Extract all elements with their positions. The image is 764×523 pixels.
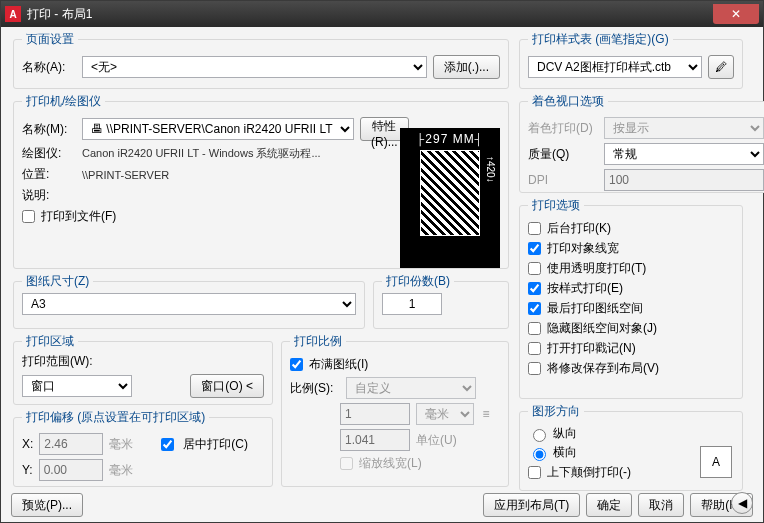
- scale-ratio-label: 比例(S):: [290, 380, 340, 397]
- offset-y-unit: 毫米: [109, 462, 133, 479]
- opt-transparency-checkbox[interactable]: [528, 262, 541, 275]
- orient-portrait-label: 纵向: [553, 425, 577, 442]
- app-icon: A: [5, 6, 21, 22]
- opt-save-layout-label: 将修改保存到布局(V): [547, 360, 659, 377]
- shade-plot-label: 着色打印(D): [528, 120, 598, 137]
- plotter-value: Canon iR2420 UFRII LT - Windows 系统驱动程...: [82, 146, 321, 161]
- location-value: \\PRINT-SERVER: [82, 169, 169, 181]
- apply-layout-button[interactable]: 应用到布局(T): [483, 493, 580, 517]
- pagesetup-name-label: 名称(A):: [22, 59, 76, 76]
- paper-size-select[interactable]: A3: [22, 293, 356, 315]
- plotter-label: 绘图仪:: [22, 145, 76, 162]
- orient-landscape-radio[interactable]: [533, 448, 546, 461]
- preview-width-label: ├297 MM┤: [417, 132, 484, 146]
- add-pagesetup-button[interactable]: 添加(.)...: [433, 55, 500, 79]
- options-legend: 打印选项: [528, 197, 584, 214]
- quality-select[interactable]: 常规: [604, 143, 764, 165]
- copies-input[interactable]: [382, 293, 442, 315]
- titlebar: A 打印 - 布局1 ✕: [1, 1, 763, 27]
- offset-x-input[interactable]: [39, 433, 103, 455]
- scope-label: 打印范围(W):: [22, 353, 264, 370]
- plot-scope-select[interactable]: 窗口: [22, 375, 132, 397]
- group-scale: 打印比例 布满图纸(I) 比例(S): 自定义 毫米 ≡ 单位(U) 缩放线宽(…: [281, 333, 509, 487]
- orient-legend: 图形方向: [528, 403, 584, 420]
- offset-y-input[interactable]: [39, 459, 103, 481]
- print-to-file-checkbox[interactable]: [22, 210, 35, 223]
- preview-paper-icon: [420, 150, 480, 236]
- orient-portrait-radio[interactable]: [533, 429, 546, 442]
- edit-style-button[interactable]: 🖉: [708, 55, 734, 79]
- offset-x-unit: 毫米: [109, 436, 133, 453]
- bottom-bar: 预览(P)... 应用到布局(T) 确定 取消 帮助(H) ◀: [1, 488, 763, 522]
- paper-preview: ├297 MM┤ ↑420↓: [400, 128, 500, 268]
- close-button[interactable]: ✕: [713, 4, 759, 24]
- offset-y-label: Y:: [22, 463, 33, 477]
- area-legend: 打印区域: [22, 333, 78, 350]
- scale-legend: 打印比例: [290, 333, 346, 350]
- scale-den-input[interactable]: [340, 429, 410, 451]
- scale-num-unit-select[interactable]: 毫米: [416, 403, 474, 425]
- scale-lineweight-checkbox[interactable]: [340, 457, 353, 470]
- opt-stamp-label: 打开打印戳记(N): [547, 340, 636, 357]
- preview-button[interactable]: 预览(P)...: [11, 493, 83, 517]
- style-legend: 打印样式表 (画笔指定)(G): [528, 31, 673, 48]
- location-label: 位置:: [22, 166, 76, 183]
- opt-style-label: 按样式打印(E): [547, 280, 623, 297]
- group-paper-size: 图纸尺寸(Z) A3: [13, 273, 365, 329]
- cancel-button[interactable]: 取消: [638, 493, 684, 517]
- opt-background-checkbox[interactable]: [528, 222, 541, 235]
- opt-paperspace-last-label: 最后打印图纸空间: [547, 300, 643, 317]
- dpi-label: DPI: [528, 173, 598, 187]
- scale-lineweight-label: 缩放线宽(L): [359, 455, 422, 472]
- scale-link-icon: ≡: [480, 407, 492, 421]
- copies-legend: 打印份数(B): [382, 273, 454, 290]
- page-setup-legend: 页面设置: [22, 31, 78, 48]
- offset-legend: 打印偏移 (原点设置在可打印区域): [22, 409, 209, 426]
- opt-background-label: 后台打印(K): [547, 220, 611, 237]
- opt-lineweight-checkbox[interactable]: [528, 242, 541, 255]
- viewport-legend: 着色视口选项: [528, 93, 608, 110]
- center-plot-checkbox[interactable]: [161, 438, 174, 451]
- group-offset: 打印偏移 (原点设置在可打印区域) X: 毫米 居中打印(C) Y: 毫米: [13, 409, 273, 487]
- window-pick-button[interactable]: 窗口(O) <: [190, 374, 264, 398]
- quality-label: 质量(Q): [528, 146, 598, 163]
- fit-to-paper-checkbox[interactable]: [290, 358, 303, 371]
- printer-name-select[interactable]: 🖶 \\PRINT-SERVER\Canon iR2420 UFRII LT: [82, 118, 354, 140]
- printer-name-label: 名称(M):: [22, 121, 76, 138]
- scale-ratio-select[interactable]: 自定义: [346, 377, 476, 399]
- group-plot-style: 打印样式表 (画笔指定)(G) DCV A2图框打印样式.ctb 🖉: [519, 31, 743, 89]
- opt-stamp-checkbox[interactable]: [528, 342, 541, 355]
- group-plot-options: 打印选项 后台打印(K) 打印对象线宽 使用透明度打印(T) 按样式打印(E) …: [519, 197, 743, 399]
- preview-height-label: ↑420↓: [485, 156, 496, 183]
- group-orientation: 图形方向 纵向 横向 上下颠倒打印(-) A: [519, 403, 743, 491]
- group-copies: 打印份数(B): [373, 273, 509, 329]
- center-plot-label: 居中打印(C): [183, 436, 248, 453]
- scale-num-input[interactable]: [340, 403, 410, 425]
- desc-label: 说明:: [22, 187, 76, 204]
- print-to-file-label: 打印到文件(F): [41, 208, 116, 225]
- plot-style-select[interactable]: DCV A2图框打印样式.ctb: [528, 56, 702, 78]
- dpi-input[interactable]: [604, 169, 764, 191]
- opt-save-layout-checkbox[interactable]: [528, 362, 541, 375]
- ok-button[interactable]: 确定: [586, 493, 632, 517]
- collapse-button[interactable]: ◀: [731, 492, 753, 514]
- print-dialog: A 打印 - 布局1 ✕ 页面设置 名称(A): <无> 添加(.)... 打印…: [0, 0, 764, 523]
- orient-upside-label: 上下颠倒打印(-): [547, 464, 631, 481]
- content: 页面设置 名称(A): <无> 添加(.)... 打印机/绘图仪 名称(M): …: [1, 27, 763, 522]
- opt-paperspace-last-checkbox[interactable]: [528, 302, 541, 315]
- fit-to-paper-label: 布满图纸(I): [309, 356, 368, 373]
- group-plot-area: 打印区域 打印范围(W): 窗口 窗口(O) <: [13, 333, 273, 405]
- opt-hide-psobj-label: 隐藏图纸空间对象(J): [547, 320, 657, 337]
- opt-transparency-label: 使用透明度打印(T): [547, 260, 646, 277]
- group-printer: 打印机/绘图仪 名称(M): 🖶 \\PRINT-SERVER\Canon iR…: [13, 93, 509, 269]
- opt-style-checkbox[interactable]: [528, 282, 541, 295]
- window-title: 打印 - 布局1: [27, 6, 92, 23]
- opt-hide-psobj-checkbox[interactable]: [528, 322, 541, 335]
- paper-legend: 图纸尺寸(Z): [22, 273, 93, 290]
- orient-upside-checkbox[interactable]: [528, 466, 541, 479]
- pagesetup-name-select[interactable]: <无>: [82, 56, 427, 78]
- group-shaded-viewport: 着色视口选项 着色打印(D)按显示 质量(Q)常规 DPI: [519, 93, 764, 193]
- scale-den-unit: 单位(U): [416, 432, 474, 449]
- orientation-icon: A: [700, 446, 732, 478]
- shade-plot-select[interactable]: 按显示: [604, 117, 764, 139]
